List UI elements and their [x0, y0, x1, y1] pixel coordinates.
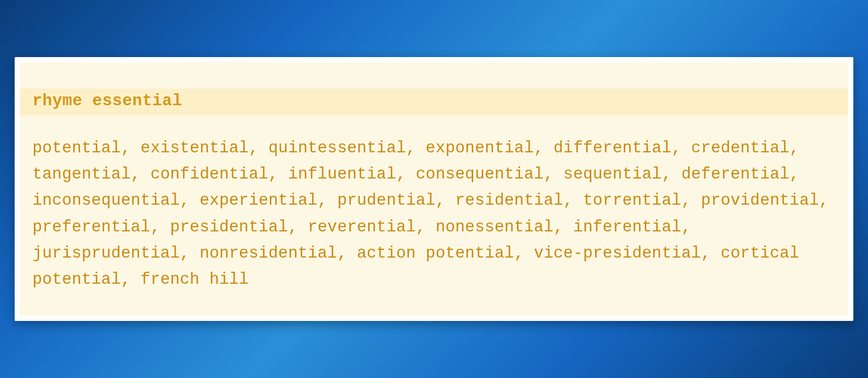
- card-frame: rhyme essential potential, existential, …: [15, 57, 853, 321]
- header-spacer: [20, 62, 848, 88]
- query-bar: rhyme essential: [20, 88, 848, 115]
- result-card: rhyme essential potential, existential, …: [20, 62, 848, 316]
- query-text: rhyme essential: [32, 92, 182, 110]
- results-list: potential, existential, quintessential, …: [32, 135, 836, 293]
- results-area: potential, existential, quintessential, …: [20, 115, 848, 299]
